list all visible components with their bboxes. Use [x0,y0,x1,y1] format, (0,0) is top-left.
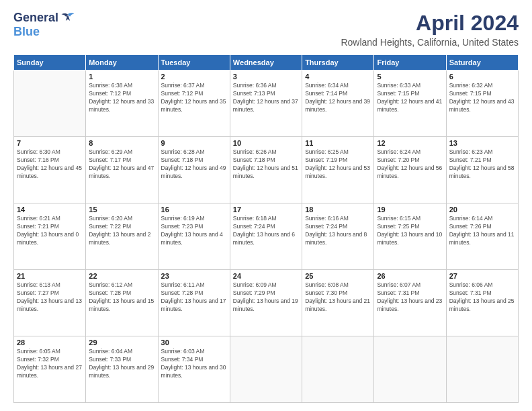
day-number: 6 [449,73,515,81]
table-row [446,336,518,403]
sunset-text: Sunset: 7:22 PM [89,223,131,230]
table-row: 8 Sunrise: 6:29 AM Sunset: 7:17 PM Dayli… [86,137,158,203]
day-number: 9 [161,139,227,147]
day-info: Sunrise: 6:13 AM Sunset: 7:27 PM Dayligh… [17,281,83,314]
table-row: 24 Sunrise: 6:09 AM Sunset: 7:29 PM Dayl… [230,270,302,336]
sunset-text: Sunset: 7:24 PM [233,223,275,230]
day-number: 25 [305,272,371,280]
sunrise-text: Sunrise: 6:30 AM [17,148,60,155]
day-info: Sunrise: 6:08 AM Sunset: 7:30 PM Dayligh… [305,281,371,314]
daylight-text: Daylight: 13 hours and 13 minutes. [17,298,82,312]
table-row [14,71,86,137]
day-info: Sunrise: 6:09 AM Sunset: 7:29 PM Dayligh… [233,281,299,314]
calendar-week-row: 28 Sunrise: 6:05 AM Sunset: 7:32 PM Dayl… [14,336,519,403]
logo-general: General [13,11,58,25]
sunrise-text: Sunrise: 6:34 AM [305,82,349,89]
daylight-text: Daylight: 12 hours and 47 minutes. [89,165,154,179]
sunset-text: Sunset: 7:31 PM [377,289,419,296]
sunrise-text: Sunrise: 6:32 AM [449,82,493,89]
col-friday: Friday [374,55,446,71]
calendar-week-row: 14 Sunrise: 6:21 AM Sunset: 7:21 PM Dayl… [14,203,519,270]
daylight-text: Daylight: 13 hours and 2 minutes. [89,231,150,246]
sunrise-text: Sunrise: 6:19 AM [161,215,205,222]
logo-blue: Blue [13,25,40,39]
table-row: 4 Sunrise: 6:34 AM Sunset: 7:14 PM Dayli… [302,71,374,137]
sunrise-text: Sunrise: 6:03 AM [161,348,205,355]
day-number: 15 [89,205,154,214]
daylight-text: Daylight: 13 hours and 11 minutes. [449,231,515,246]
table-row: 2 Sunrise: 6:37 AM Sunset: 7:12 PM Dayli… [158,71,230,137]
day-number: 2 [161,73,227,81]
sunset-text: Sunset: 7:26 PM [449,223,492,230]
day-number: 12 [377,139,443,147]
table-row: 26 Sunrise: 6:07 AM Sunset: 7:31 PM Dayl… [374,270,446,336]
daylight-text: Daylight: 12 hours and 35 minutes. [161,98,226,113]
sunrise-text: Sunrise: 6:06 AM [449,281,493,288]
header: General Blue April 2024 Rowland Heights,… [13,11,519,48]
day-info: Sunrise: 6:26 AM Sunset: 7:18 PM Dayligh… [233,148,299,181]
table-row: 13 Sunrise: 6:23 AM Sunset: 7:21 PM Dayl… [446,137,518,203]
sunset-text: Sunset: 7:28 PM [161,289,204,296]
day-number: 14 [17,205,83,214]
table-row [374,336,446,403]
day-number: 18 [305,205,371,214]
table-row: 9 Sunrise: 6:28 AM Sunset: 7:18 PM Dayli… [158,137,230,203]
daylight-text: Daylight: 13 hours and 25 minutes. [449,298,515,312]
sunrise-text: Sunrise: 6:18 AM [233,215,277,222]
day-info: Sunrise: 6:28 AM Sunset: 7:18 PM Dayligh… [161,148,227,181]
day-number: 24 [233,272,299,280]
table-row: 12 Sunrise: 6:24 AM Sunset: 7:20 PM Dayl… [374,137,446,203]
day-info: Sunrise: 6:29 AM Sunset: 7:17 PM Dayligh… [89,148,154,181]
day-number: 27 [449,272,515,280]
table-row: 27 Sunrise: 6:06 AM Sunset: 7:31 PM Dayl… [446,270,518,336]
table-row: 17 Sunrise: 6:18 AM Sunset: 7:24 PM Dayl… [230,203,302,270]
sunset-text: Sunset: 7:15 PM [377,90,419,97]
sunset-text: Sunset: 7:31 PM [449,289,492,296]
daylight-text: Daylight: 12 hours and 39 minutes. [305,98,370,113]
day-info: Sunrise: 6:05 AM Sunset: 7:32 PM Dayligh… [17,348,83,380]
col-wednesday: Wednesday [230,55,302,71]
table-row: 20 Sunrise: 6:14 AM Sunset: 7:26 PM Dayl… [446,203,518,270]
day-info: Sunrise: 6:32 AM Sunset: 7:15 PM Dayligh… [449,82,515,114]
day-info: Sunrise: 6:03 AM Sunset: 7:34 PM Dayligh… [161,348,227,380]
sunset-text: Sunset: 7:18 PM [233,156,275,163]
table-row: 29 Sunrise: 6:04 AM Sunset: 7:33 PM Dayl… [86,336,158,403]
calendar-week-row: 1 Sunrise: 6:38 AM Sunset: 7:12 PM Dayli… [14,71,519,137]
day-number: 5 [377,73,443,81]
sunrise-text: Sunrise: 6:33 AM [377,82,420,89]
calendar-table: Sunday Monday Tuesday Wednesday Thursday… [13,54,519,403]
table-row [230,336,302,403]
day-info: Sunrise: 6:11 AM Sunset: 7:28 PM Dayligh… [161,281,227,314]
day-number: 17 [233,205,299,214]
table-row: 18 Sunrise: 6:16 AM Sunset: 7:24 PM Dayl… [302,203,374,270]
daylight-text: Daylight: 12 hours and 45 minutes. [17,165,82,179]
sunrise-text: Sunrise: 6:15 AM [377,215,420,222]
day-number: 28 [17,338,83,347]
sunrise-text: Sunrise: 6:24 AM [377,148,420,155]
col-thursday: Thursday [302,55,374,71]
day-info: Sunrise: 6:20 AM Sunset: 7:22 PM Dayligh… [89,215,154,247]
title-section: April 2024 Rowland Heights, California, … [341,11,519,48]
daylight-text: Daylight: 12 hours and 33 minutes. [89,98,154,113]
day-info: Sunrise: 6:16 AM Sunset: 7:24 PM Dayligh… [305,215,371,247]
day-info: Sunrise: 6:21 AM Sunset: 7:21 PM Dayligh… [17,215,83,247]
day-number: 11 [305,139,371,147]
day-info: Sunrise: 6:24 AM Sunset: 7:20 PM Dayligh… [377,148,443,181]
sunset-text: Sunset: 7:15 PM [449,90,492,97]
day-number: 16 [161,205,227,214]
day-info: Sunrise: 6:30 AM Sunset: 7:16 PM Dayligh… [17,148,83,181]
sunrise-text: Sunrise: 6:13 AM [17,281,60,288]
sunrise-text: Sunrise: 6:09 AM [233,281,277,288]
sunrise-text: Sunrise: 6:04 AM [89,348,132,355]
sunrise-text: Sunrise: 6:08 AM [305,281,349,288]
daylight-text: Daylight: 13 hours and 4 minutes. [161,231,223,246]
sunset-text: Sunset: 7:12 PM [89,90,131,97]
table-row: 6 Sunrise: 6:32 AM Sunset: 7:15 PM Dayli… [446,71,518,137]
day-info: Sunrise: 6:14 AM Sunset: 7:26 PM Dayligh… [449,215,515,247]
daylight-text: Daylight: 13 hours and 19 minutes. [233,298,298,312]
sunset-text: Sunset: 7:24 PM [305,223,347,230]
table-row: 7 Sunrise: 6:30 AM Sunset: 7:16 PM Dayli… [14,137,86,203]
calendar-week-row: 21 Sunrise: 6:13 AM Sunset: 7:27 PM Dayl… [14,270,519,336]
daylight-text: Daylight: 12 hours and 49 minutes. [161,165,226,179]
table-row: 14 Sunrise: 6:21 AM Sunset: 7:21 PM Dayl… [14,203,86,270]
